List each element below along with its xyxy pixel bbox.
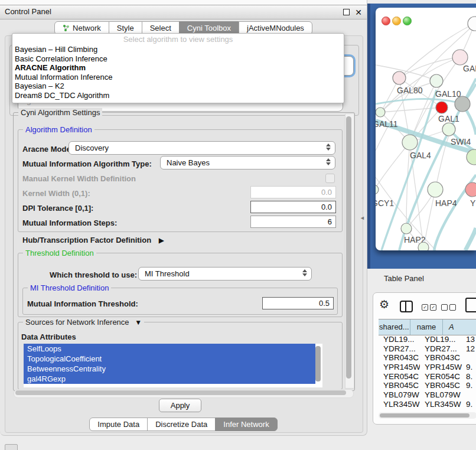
settings-horizontal-scrollbar[interactable] <box>14 389 354 398</box>
network-node-gal4[interactable] <box>402 135 418 150</box>
algorithm-dropdown-popup: Select algorithm to view settings Bayesi… <box>12 33 344 103</box>
table-row[interactable]: YPR145WYPR145W9. <box>379 363 476 372</box>
network-edge[interactable] <box>465 228 476 250</box>
deselect-all-columns-icon[interactable] <box>441 304 456 311</box>
mi-threshold-field[interactable]: 0.5 <box>262 297 334 309</box>
network-node-gal1[interactable] <box>442 123 455 136</box>
network-node-hap4[interactable] <box>428 182 443 197</box>
tab-label: Infer Network <box>223 418 269 431</box>
attribute-item-selfloops[interactable]: SelfLoops <box>24 344 315 354</box>
network-edge[interactable] <box>424 190 435 247</box>
hub-section-label: Hub/Transcription Factor Definition <box>22 236 151 244</box>
cell: YDL19... <box>425 335 462 344</box>
table-row[interactable]: YBL079WYBL079W <box>379 390 476 400</box>
table-row[interactable]: YER054CYER054C8. <box>379 372 476 381</box>
aracne-mode-label: Aracne Mode: <box>22 145 73 154</box>
network-node-gal11[interactable] <box>376 107 385 117</box>
network-node[interactable] <box>418 242 429 250</box>
mi-type-combobox[interactable]: Naive Bayes <box>160 156 335 169</box>
sources-toggle[interactable]: Sources for Network Inference ▼ <box>23 318 144 327</box>
attributes-scrollbar-thumb[interactable] <box>315 346 321 381</box>
settings-gear-icon[interactable]: ⚙ <box>379 299 389 310</box>
mi-steps-label: Mutual Information Steps: <box>22 219 117 227</box>
table-row[interactable]: YBR045CYBR045C9. <box>379 381 476 390</box>
attribute-item-gal4rgexp[interactable]: gal4RGexp <box>24 374 315 384</box>
table-row[interactable]: YDR27...YDR27...12 <box>379 344 476 354</box>
which-threshold-combobox[interactable]: MI Threshold <box>138 267 312 281</box>
minimize-traffic-light-icon[interactable] <box>392 17 401 25</box>
tab-label: jActiveMNodules <box>247 22 304 34</box>
cell: YDR27... <box>425 344 462 353</box>
column-header-name[interactable]: name <box>410 319 443 335</box>
algorithm-popup-placeholder: Select algorithm to view settings <box>12 34 344 45</box>
network-node-hap2[interactable] <box>401 223 412 234</box>
cell: YBL079W <box>425 390 462 399</box>
table-panel-title: Table Panel <box>384 274 424 283</box>
dpi-tolerance-field[interactable]: 0.0 <box>250 201 336 213</box>
algorithm-option-mutual-information-inference[interactable]: Mutual Information Inference <box>12 73 344 82</box>
zoom-traffic-light-icon[interactable] <box>403 17 412 25</box>
attribute-item-betweennesscentrality[interactable]: BetweennessCentrality <box>24 364 315 374</box>
aracne-mode-combobox[interactable]: Discovery <box>69 141 335 155</box>
network-canvas[interactable]: GALGAL80GAL10GAL11GAL1SWI4GAL4GCY1HAP4YH… <box>376 8 476 250</box>
cell: 12 <box>466 344 476 353</box>
algorithm-option-dream8-dc-tdc-algorithm[interactable]: Dream8 DC_TDC Algorithm <box>12 91 344 100</box>
network-node-gal10[interactable] <box>430 74 443 87</box>
kernel-width-field[interactable]: 0.0 <box>250 186 336 198</box>
function-builder-icon[interactable] <box>465 298 476 312</box>
algorithm-option-bayesian-k2[interactable]: Bayesian – K2 <box>12 81 344 91</box>
table-row[interactable]: YBR043CYBR043C <box>379 353 476 363</box>
scrollbar-thumb[interactable] <box>346 116 351 379</box>
which-threshold-value: MI Threshold <box>145 269 190 278</box>
apply-button[interactable]: Apply <box>159 399 201 412</box>
algorithm-option-basic-correlation-inference[interactable]: Basic Correlation Inference <box>12 54 344 64</box>
minimized-panel-button[interactable] <box>5 444 18 450</box>
network-node-y[interactable] <box>465 182 476 197</box>
table-row[interactable]: YLR345WYLR345W9. <box>379 400 476 409</box>
network-node-gal80[interactable] <box>393 71 406 84</box>
network-node[interactable] <box>436 102 448 113</box>
threshold-definition-title: Threshold Definition <box>23 249 96 257</box>
data-attributes-list[interactable]: SelfLoopsTopologicalCoefficientBetweenne… <box>24 344 322 387</box>
network-edge[interactable] <box>376 99 461 104</box>
network-node[interactable] <box>455 96 470 112</box>
close-icon[interactable]: ✕ <box>355 6 362 18</box>
cell: YPR145W <box>425 363 462 371</box>
tab-discretize-data[interactable]: Discretize Data <box>147 418 216 431</box>
hub-section-toggle[interactable]: Hub/Transcription Factor Definition ▶ <box>22 236 164 244</box>
settings-vertical-scrollbar[interactable] <box>345 113 354 389</box>
tab-infer-network[interactable]: Infer Network <box>215 418 277 431</box>
table-horizontal-scrollbar[interactable] <box>379 412 476 419</box>
select-all-columns-icon[interactable]: ✓✓ <box>422 304 436 311</box>
sources-title: Sources for Network Inference <box>25 318 129 327</box>
column-header-shared[interactable]: shared... <box>379 319 410 335</box>
manual-kernel-checkbox[interactable] <box>325 174 335 183</box>
tab-impute-data[interactable]: Impute Data <box>89 418 148 431</box>
node-label-hap4: HAP4 <box>435 198 457 208</box>
network-edge[interactable] <box>381 57 460 112</box>
algorithm-option-bayesian-hill-climbing[interactable]: Bayesian – Hill Climbing <box>12 45 344 54</box>
table-panel: ⚙ ✓✓ shared...nameA YDL19...YDL19...13YD… <box>373 292 476 425</box>
network-node[interactable] <box>468 17 476 31</box>
control-panel-titlebar[interactable]: Control Panel ✕ <box>0 5 367 19</box>
scrollbar-thumb[interactable] <box>380 413 470 418</box>
columns-icon[interactable] <box>400 301 413 312</box>
splitter-arrow-icon[interactable]: ◄ <box>360 215 365 221</box>
network-edge[interactable] <box>376 24 475 151</box>
float-window-icon[interactable] <box>343 9 350 15</box>
algorithm-option-aracne-algorithm[interactable]: ARACNE Algorithm <box>12 63 344 73</box>
network-edge[interactable] <box>381 107 442 112</box>
attribute-item-topologicalcoefficient[interactable]: TopologicalCoefficient <box>24 354 315 364</box>
network-node-gal[interactable] <box>452 50 468 65</box>
scrollbar-thumb[interactable] <box>15 390 346 395</box>
table-row[interactable]: YDL19...YDL19...13 <box>379 335 476 344</box>
cell: YER054C <box>425 372 462 381</box>
network-node-gcy1[interactable] <box>376 185 379 194</box>
column-header-a[interactable]: A <box>443 319 476 335</box>
cell: 9. <box>466 363 476 371</box>
close-traffic-light-icon[interactable] <box>382 17 390 25</box>
node-label-gal: GAL <box>463 64 476 73</box>
cell: YBL079W <box>383 390 420 399</box>
mi-steps-field[interactable]: 6 <box>250 216 336 228</box>
table-row[interactable]: YIL052CYIL052C9. <box>379 409 476 412</box>
